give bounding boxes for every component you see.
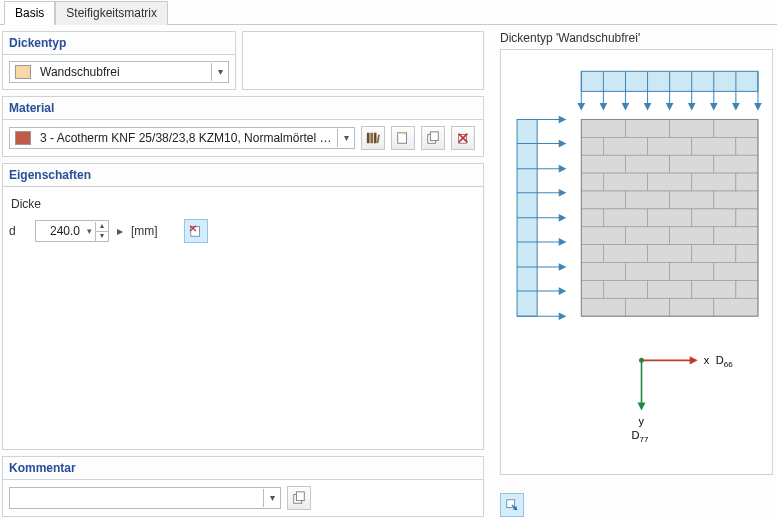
svg-rect-83 bbox=[670, 227, 714, 245]
tab-basis[interactable]: Basis bbox=[4, 1, 55, 25]
svg-rect-101 bbox=[670, 298, 714, 316]
svg-rect-74 bbox=[670, 191, 714, 209]
eigenschaften-header: Eigenschaften bbox=[3, 164, 483, 187]
material-value: 3 - Acotherm KNF 25/38/23,8 KZM10, Norma… bbox=[36, 131, 337, 145]
svg-rect-63 bbox=[581, 155, 625, 173]
dickentyp-value: Wandschubfrei bbox=[36, 65, 211, 79]
svg-rect-69 bbox=[648, 173, 692, 191]
material-swatch-icon bbox=[15, 131, 31, 145]
svg-rect-93 bbox=[714, 263, 758, 281]
svg-marker-41 bbox=[559, 166, 565, 172]
kommentar-copy-button[interactable] bbox=[287, 486, 311, 510]
spin-up-icon[interactable]: ▲ bbox=[96, 222, 108, 231]
d77-label: D77 bbox=[631, 429, 648, 444]
dickentyp-swatch-icon bbox=[15, 65, 31, 79]
material-select[interactable]: 3 - Acotherm KNF 25/38/23,8 KZM10, Norma… bbox=[9, 127, 355, 149]
svg-marker-34 bbox=[755, 103, 761, 109]
svg-rect-67 bbox=[581, 173, 603, 191]
svg-marker-18 bbox=[578, 103, 584, 109]
svg-rect-77 bbox=[603, 209, 647, 227]
svg-rect-73 bbox=[625, 191, 669, 209]
svg-rect-61 bbox=[692, 137, 736, 155]
svg-rect-76 bbox=[581, 209, 603, 227]
svg-rect-58 bbox=[581, 137, 603, 155]
tab-steifigkeitsmatrix[interactable]: Steifigkeitsmatrix bbox=[55, 1, 168, 25]
svg-rect-97 bbox=[692, 280, 736, 298]
step-right-icon[interactable]: ▸ bbox=[115, 224, 125, 238]
svg-rect-84 bbox=[714, 227, 758, 245]
svg-rect-86 bbox=[603, 245, 647, 263]
svg-rect-7 bbox=[430, 132, 438, 141]
svg-rect-57 bbox=[714, 119, 758, 137]
svg-marker-24 bbox=[645, 103, 651, 109]
svg-rect-100 bbox=[625, 298, 669, 316]
export-preview-button[interactable] bbox=[500, 493, 524, 517]
svg-rect-80 bbox=[736, 209, 758, 227]
chevron-down-icon: ▾ bbox=[337, 129, 354, 147]
svg-rect-91 bbox=[625, 263, 669, 281]
svg-marker-30 bbox=[711, 103, 717, 109]
svg-rect-60 bbox=[648, 137, 692, 155]
svg-marker-39 bbox=[559, 141, 565, 147]
svg-rect-94 bbox=[581, 280, 603, 298]
svg-marker-49 bbox=[559, 264, 565, 270]
svg-rect-55 bbox=[625, 119, 669, 137]
svg-rect-92 bbox=[670, 263, 714, 281]
kommentar-select[interactable]: ▾ bbox=[9, 487, 281, 509]
d-value[interactable]: 240.0 bbox=[36, 224, 84, 238]
svg-rect-89 bbox=[736, 245, 758, 263]
d-spinner[interactable]: 240.0 ▾ ▲▼ bbox=[35, 220, 109, 242]
svg-rect-95 bbox=[603, 280, 647, 298]
svg-rect-102 bbox=[714, 298, 758, 316]
tab-bar: Basis Steifigkeitsmatrix bbox=[0, 0, 777, 25]
svg-rect-15 bbox=[296, 492, 304, 501]
d66-label: D66 bbox=[716, 354, 733, 369]
svg-marker-20 bbox=[600, 103, 606, 109]
svg-rect-81 bbox=[581, 227, 625, 245]
preview-diagram: x D66 y D77 bbox=[500, 49, 773, 475]
svg-rect-66 bbox=[714, 155, 758, 173]
dickentyp-header: Dickentyp bbox=[3, 32, 235, 55]
svg-rect-70 bbox=[692, 173, 736, 191]
d-symbol: d bbox=[9, 224, 29, 238]
kommentar-header: Kommentar bbox=[3, 457, 483, 480]
svg-rect-54 bbox=[581, 119, 625, 137]
svg-rect-78 bbox=[648, 209, 692, 227]
svg-rect-99 bbox=[581, 298, 625, 316]
svg-rect-68 bbox=[603, 173, 647, 191]
svg-rect-82 bbox=[625, 227, 669, 245]
svg-rect-62 bbox=[736, 137, 758, 155]
svg-rect-0 bbox=[367, 133, 370, 144]
material-duplicate-button[interactable] bbox=[421, 126, 445, 150]
d-options-button[interactable] bbox=[184, 219, 208, 243]
material-header: Material bbox=[3, 97, 483, 120]
svg-rect-75 bbox=[714, 191, 758, 209]
svg-marker-37 bbox=[559, 116, 565, 122]
svg-rect-65 bbox=[670, 155, 714, 173]
svg-marker-106 bbox=[690, 356, 698, 364]
svg-marker-108 bbox=[638, 403, 646, 411]
material-delete-button[interactable] bbox=[451, 126, 475, 150]
svg-rect-59 bbox=[603, 137, 647, 155]
svg-rect-85 bbox=[581, 245, 603, 263]
spin-down-icon[interactable]: ▼ bbox=[96, 231, 108, 241]
dickentyp-select[interactable]: Wandschubfrei ▾ bbox=[9, 61, 229, 83]
material-new-button[interactable] bbox=[391, 126, 415, 150]
d-unit: [mm] bbox=[131, 224, 158, 238]
preview-title: Dickentyp 'Wandschubfrei' bbox=[500, 31, 773, 45]
axis-x-label: x bbox=[704, 354, 710, 366]
chevron-down-icon: ▾ bbox=[211, 63, 228, 81]
svg-marker-53 bbox=[559, 313, 565, 319]
svg-rect-79 bbox=[692, 209, 736, 227]
svg-marker-32 bbox=[733, 103, 739, 109]
svg-rect-56 bbox=[670, 119, 714, 137]
svg-marker-51 bbox=[559, 288, 565, 294]
material-library-button[interactable] bbox=[361, 126, 385, 150]
svg-rect-88 bbox=[692, 245, 736, 263]
dicke-label: Dicke bbox=[11, 197, 477, 211]
svg-marker-28 bbox=[689, 103, 695, 109]
svg-rect-1 bbox=[370, 133, 373, 144]
svg-marker-47 bbox=[559, 239, 565, 245]
chevron-down-icon[interactable]: ▾ bbox=[84, 226, 95, 236]
svg-rect-64 bbox=[625, 155, 669, 173]
